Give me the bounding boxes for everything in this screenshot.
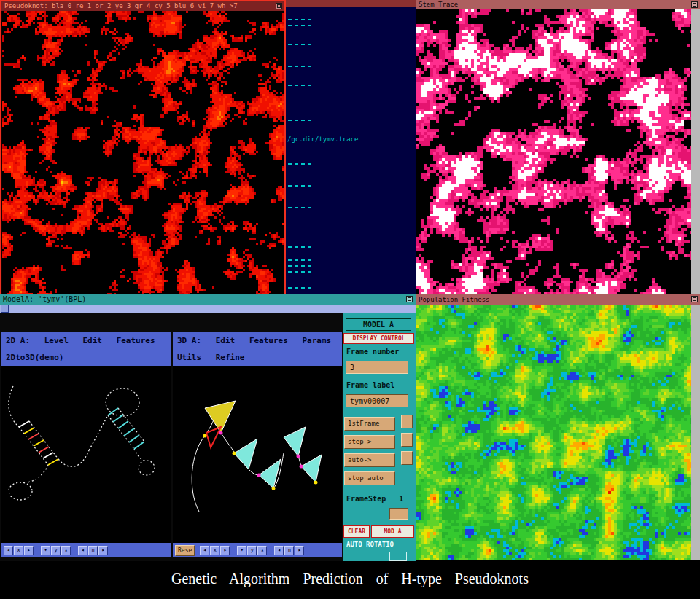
scroll-x-button[interactable]: x — [14, 546, 23, 555]
mod-a-button[interactable]: MOD A — [371, 525, 414, 538]
dash-line — [288, 163, 311, 165]
dash-line — [288, 207, 311, 208]
frame-step-label: FrameStep 1 — [346, 495, 403, 503]
window-menu-icon[interactable] — [691, 1, 698, 8]
model-viewer-titlebar[interactable]: ModelA: 'tymv'(BPL) — [0, 294, 416, 305]
clear-button[interactable]: CLEAR — [343, 525, 370, 538]
dash-line — [288, 85, 311, 86]
rna-3d-structure-drawing — [173, 366, 342, 543]
menu-params[interactable]: Params — [302, 336, 331, 345]
auto-rotate-label: AUTO ROTATIO — [346, 541, 394, 548]
terminal-window[interactable]: /gc.dir/tymv.trace — [286, 0, 416, 294]
dash-line — [288, 19, 311, 20]
menu-2dto3d-demo[interactable]: 2Dto3D(demo) — [6, 353, 63, 362]
frame-stop-auto-button[interactable]: stop auto — [344, 471, 395, 485]
population-fitness-title: Population Fitness — [419, 296, 490, 303]
scroll-y-button[interactable]: y — [247, 546, 257, 555]
frame-label-label: Frame label — [346, 381, 394, 389]
stem-trace-title: Stem Trace — [419, 1, 458, 8]
scroll-right-arrow[interactable]: ▸ — [220, 546, 230, 555]
scroll-n-button[interactable]: n — [88, 546, 98, 555]
menu-features[interactable]: Features — [117, 336, 155, 345]
population-fitness-window: Population Fitness — [416, 294, 700, 560]
reset-button[interactable]: Rese — [175, 545, 195, 556]
desktop: Pseudoknot: bla 0 re 1 or 2 ye 3 gr 4 cy… — [0, 0, 700, 599]
dash-line — [288, 25, 311, 26]
panel-2d-scroll-controls: ◂x▸▾y▴◂n▸ — [1, 543, 171, 557]
dash-line — [288, 44, 311, 45]
menu-refine[interactable]: Refine — [216, 353, 245, 362]
caption-text: Genetic Algorithm Prediction of H-type P… — [0, 561, 700, 587]
menu-utils[interactable]: Utils — [177, 353, 201, 362]
pseudoknot-title: Pseudoknot: bla 0 re 1 or 2 ye 3 gr 4 cy… — [4, 2, 238, 9]
submenu-bar-3d: Utils Refine — [173, 349, 342, 366]
frame-step-field[interactable] — [389, 508, 408, 520]
population-fitness-titlebar[interactable]: Population Fitness — [416, 294, 700, 305]
scroll-left-arrow[interactable]: ◂ — [200, 546, 209, 555]
auto-rotate-toggle[interactable] — [389, 552, 407, 561]
model-a-header: MODEL A — [346, 318, 411, 331]
frame-1stframe-button[interactable]: 1stFrame — [344, 417, 395, 431]
scroll-left-arrow[interactable]: ◂ — [78, 546, 88, 555]
population-fitness-heatmap — [416, 305, 691, 560]
frame-auto--button[interactable]: auto-> — [344, 453, 395, 467]
terminal-top-border — [286, 0, 416, 7]
scroll-down-arrow[interactable]: ▾ — [41, 546, 50, 555]
structure-3d-view[interactable] — [173, 366, 342, 543]
structure-2d-view[interactable] — [1, 366, 171, 543]
scroll-right-arrow[interactable]: ▸ — [98, 546, 108, 555]
frame-number-field[interactable]: 3 — [346, 361, 408, 374]
submenu-bar-2d: 2Dto3D(demo) — [1, 349, 171, 366]
window-menu-icon[interactable] — [406, 296, 413, 302]
scroll-up-arrow[interactable]: ▴ — [257, 546, 267, 555]
model-viewer-scroll-strip[interactable] — [0, 305, 416, 313]
frame-step--button[interactable]: step-> — [344, 435, 395, 449]
model-viewer-title: ModelA: 'tymv'(BPL) — [3, 295, 86, 303]
terminal-trace-path: /gc.dir/tymv.trace — [287, 136, 359, 143]
stem-trace-heatmap — [416, 9, 691, 294]
menu-edit[interactable]: Edit — [216, 336, 236, 345]
frame-number-label: Frame number — [346, 348, 399, 356]
panel-2d: 2D A: Level Edit Features 2Dto3D(demo) — [1, 332, 171, 557]
pseudoknot-window: Pseudoknot: bla 0 re 1 or 2 ye 3 gr 4 cy… — [0, 0, 286, 296]
rna-2d-structure-drawing — [1, 366, 171, 543]
panel-3d: 3D A: Edit Features Params Utils Refine — [173, 332, 342, 557]
dash-line — [288, 185, 311, 187]
window-menu-icon[interactable] — [276, 3, 282, 9]
scroll-up-arrow[interactable]: ▴ — [61, 546, 71, 555]
dash-line — [288, 120, 311, 121]
scroll-right-arrow[interactable]: ▸ — [295, 546, 304, 555]
menu-bar-3d: 3D A: Edit Features Params — [173, 332, 342, 349]
scroll-n-button[interactable]: n — [284, 546, 294, 555]
dash-line — [288, 66, 311, 67]
scroll-down-arrow[interactable]: ▾ — [237, 546, 246, 555]
frame-step-value: 1 — [399, 495, 403, 503]
scroll-nub[interactable] — [1, 305, 9, 313]
dash-line — [288, 287, 311, 289]
scroll-y-button[interactable]: y — [51, 546, 61, 555]
pseudoknot-titlebar[interactable]: Pseudoknot: bla 0 re 1 or 2 ye 3 gr 4 cy… — [1, 1, 284, 11]
menu-bar-2d: 2D A: Level Edit Features — [1, 332, 171, 349]
dash-line — [288, 246, 311, 248]
frame-button-toggle[interactable] — [401, 415, 413, 428]
menu-features[interactable]: Features — [249, 336, 288, 345]
model-viewer-window: ModelA: 'tymv'(BPL) 2D A: Level Edit Fea… — [0, 294, 416, 561]
scroll-x-button[interactable]: x — [210, 546, 219, 555]
pseudoknot-heatmap — [2, 11, 284, 294]
dash-line — [288, 259, 311, 261]
frame-buttons: 1stFramestep->auto->stop auto — [344, 415, 414, 488]
frame-button-toggle[interactable] — [401, 451, 413, 465]
frame-button-toggle[interactable] — [401, 433, 413, 447]
menu-level[interactable]: Level — [44, 336, 69, 345]
scroll-left-arrow[interactable]: ◂ — [274, 546, 284, 555]
display-control-panel: MODEL A DISPLAY CONTROL Frame number 3 F… — [343, 313, 416, 561]
scroll-left-arrow[interactable]: ◂ — [4, 546, 13, 555]
stem-trace-titlebar[interactable]: Stem Trace — [416, 0, 700, 9]
window-menu-icon[interactable] — [691, 296, 698, 302]
scroll-right-arrow[interactable]: ▸ — [24, 546, 34, 555]
menu-edit[interactable]: Edit — [83, 336, 103, 345]
dash-line — [288, 271, 311, 273]
stem-trace-window: Stem Trace — [416, 0, 700, 294]
frame-label-field[interactable]: tymv00007 — [346, 394, 408, 407]
panel-3d-name: 3D A: — [177, 336, 201, 345]
